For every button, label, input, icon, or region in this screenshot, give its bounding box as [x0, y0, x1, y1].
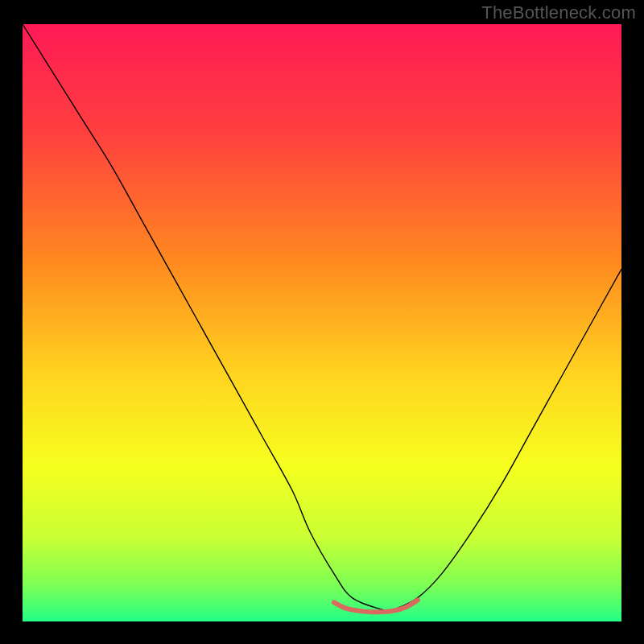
chart-svg	[23, 24, 621, 621]
chart-frame: TheBottleneck.com	[0, 0, 644, 644]
watermark-text: TheBottleneck.com	[481, 2, 636, 23]
gradient-background	[23, 24, 621, 621]
plot-area	[23, 24, 621, 621]
